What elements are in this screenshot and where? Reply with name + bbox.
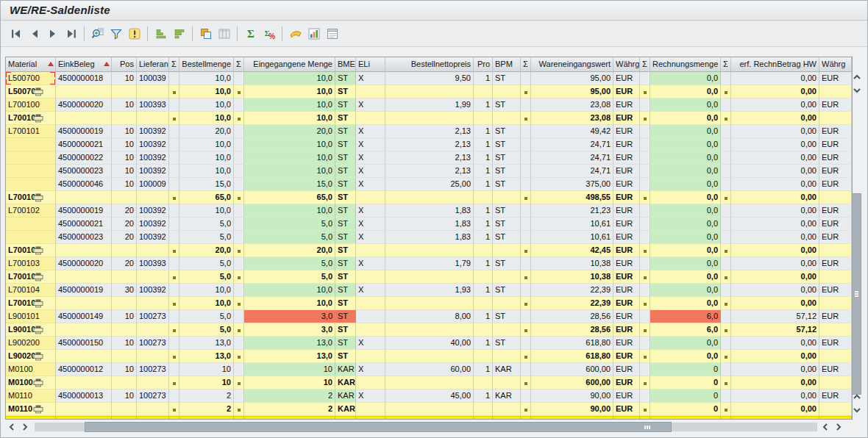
grid-cell-beleg[interactable]: 4500000023 <box>56 165 112 178</box>
grid-cell-em[interactable]: 3,0 <box>244 310 335 323</box>
grid-cell-lief[interactable]: 100392 <box>137 151 169 165</box>
grid-cell-s1[interactable] <box>169 376 179 389</box>
grid-cell-s5[interactable] <box>721 72 731 85</box>
grid-cell-rb[interactable]: 0,00 <box>731 389 819 403</box>
column-header-em[interactable]: Eingegangene Menge <box>244 57 335 71</box>
grid-cell-bm[interactable]: 10 <box>179 376 234 389</box>
grid-cell-wew[interactable]: 24,71 <box>531 151 613 165</box>
grid-cell-s4[interactable] <box>640 138 650 151</box>
grid-cell-pro[interactable] <box>474 416 493 420</box>
grid-cell-s5[interactable] <box>721 138 731 151</box>
grid-cell-lief[interactable] <box>137 376 169 389</box>
grid-cell-s2[interactable] <box>234 204 244 218</box>
grid-cell-bme[interactable]: ST <box>335 218 356 231</box>
grid-cell-wew[interactable]: 21,23 <box>531 204 613 218</box>
grid-cell-s4[interactable] <box>640 297 650 310</box>
subtotal-drilldown-icon[interactable] <box>33 114 43 125</box>
grid-cell-s5[interactable] <box>721 178 731 191</box>
grid-cell-s1[interactable] <box>169 72 179 85</box>
grid-cell-bpm[interactable]: ST <box>493 165 521 178</box>
grid-cell-pro[interactable]: 1 <box>474 178 493 191</box>
grid-cell-beleg[interactable]: 4500000018 <box>56 72 112 85</box>
grid-cell-w1[interactable]: EUR <box>613 191 640 204</box>
grid-cell-bme[interactable]: ST <box>335 72 356 85</box>
grid-cell-bpm[interactable]: ST <box>493 125 521 138</box>
grid-cell-em[interactable]: 13,0 <box>244 350 335 363</box>
grid-cell-bme[interactable]: ST <box>335 138 356 151</box>
grid-cell-lief[interactable]: 100273 <box>137 337 169 350</box>
grid-cell-np[interactable]: 25,00 <box>385 178 474 191</box>
grid-cell-bm[interactable]: 10,0 <box>179 85 234 98</box>
column-header-s3[interactable]: Σ <box>521 57 531 71</box>
grid-cell-em[interactable]: 10,0 <box>244 98 335 112</box>
grid-cell-bpm[interactable]: KAR <box>493 389 521 403</box>
grid-cell-s4[interactable] <box>640 72 650 85</box>
grid-cell-np[interactable]: 1,83 <box>385 218 474 231</box>
grid-cell-s4[interactable] <box>640 178 650 191</box>
copy-view-icon[interactable] <box>196 25 215 43</box>
grid-cell-s4[interactable] <box>640 112 650 125</box>
scroll-up-icon[interactable] <box>852 392 862 402</box>
grid-cell-wew[interactable]: 10,38 <box>531 270 613 284</box>
grid-cell-pos[interactable]: 10 <box>112 151 137 165</box>
grid-cell-w1[interactable]: EUR <box>613 165 640 178</box>
grid-cell-bme[interactable]: ST <box>335 151 356 165</box>
grid-cell-wew[interactable]: 10.800,00 <box>531 416 613 420</box>
grid-cell-s3[interactable] <box>521 72 531 85</box>
grid-cell-pro[interactable] <box>474 244 493 257</box>
grid-cell-rb[interactable]: 0,00 <box>731 297 819 310</box>
grid-cell-s2[interactable] <box>234 376 244 389</box>
grid-cell-s3[interactable] <box>521 257 531 270</box>
grid-cell-s3[interactable] <box>521 204 531 218</box>
grid-cell-pos[interactable]: 10 <box>112 389 137 403</box>
column-header-w1[interactable]: Währg <box>613 57 640 71</box>
grid-cell-s3[interactable] <box>521 125 531 138</box>
grid-cell-pos[interactable] <box>112 403 137 416</box>
grid-cell-s5[interactable] <box>721 403 731 416</box>
grid-cell-w2[interactable]: EUR <box>819 363 852 376</box>
grid-cell-rm[interactable]: 0,0 <box>650 151 721 165</box>
grid-cell-beleg[interactable] <box>56 403 112 416</box>
grid-cell-bm[interactable]: 10 <box>179 363 234 376</box>
grid-cell-pos[interactable] <box>112 323 137 337</box>
horizontal-scrollbar[interactable] <box>5 421 853 433</box>
grid-cell-pro[interactable] <box>474 85 493 98</box>
grid-cell-em[interactable]: 3,0 <box>244 323 335 337</box>
grid-cell-s3[interactable] <box>521 284 531 297</box>
grid-cell-eli[interactable]: X <box>356 98 385 112</box>
grid-cell-bme[interactable]: ST <box>335 337 356 350</box>
grid-cell-lief[interactable] <box>137 323 169 337</box>
grid-cell-bm[interactable]: 10,0 <box>179 138 234 151</box>
grid-cell-s4[interactable] <box>640 363 650 376</box>
grid-cell-beleg[interactable]: 4500000022 <box>56 151 112 165</box>
grid-cell-s1[interactable] <box>169 257 179 270</box>
exclamation-icon[interactable] <box>125 25 143 43</box>
grid-cell-s3[interactable] <box>521 244 531 257</box>
grid-cell-s3[interactable] <box>521 389 531 403</box>
grid-cell-eli[interactable]: X <box>356 218 385 231</box>
grid-cell-rm[interactable]: 6,0 <box>650 323 721 337</box>
grid-cell-bpm[interactable] <box>493 416 521 420</box>
grid-cell-bme[interactable]: ST <box>335 310 356 323</box>
grid-cell-np[interactable] <box>385 350 474 363</box>
grid-cell-beleg[interactable]: 4500000149 <box>56 310 112 323</box>
grid-cell-bme[interactable]: ST <box>335 323 356 337</box>
grid-cell-beleg[interactable]: 4500000020 <box>56 257 112 270</box>
grid-cell-bme[interactable]: ST <box>335 112 356 125</box>
grid-cell-rb[interactable]: 0,00 <box>731 125 819 138</box>
grid-cell-rm[interactable]: 0,0 <box>650 125 721 138</box>
grid-cell-s1[interactable] <box>169 85 179 98</box>
grid-cell-w1[interactable]: EUR <box>613 98 640 112</box>
grid-cell-pos[interactable] <box>112 376 137 389</box>
grid-cell-s2[interactable] <box>234 125 244 138</box>
grid-cell-lief[interactable]: 100393 <box>137 257 169 270</box>
grid-cell-s3[interactable] <box>521 98 531 112</box>
grid-cell-bpm[interactable]: ST <box>493 204 521 218</box>
export-icon[interactable] <box>286 25 305 43</box>
grid-cell-w1[interactable]: EUR <box>613 72 640 85</box>
grid-cell-wew[interactable]: 28,56 <box>531 310 613 323</box>
grid-cell-s5[interactable] <box>721 416 731 420</box>
column-header-lief[interactable]: Lieferant <box>137 57 169 71</box>
grid-cell-s2[interactable] <box>234 416 244 420</box>
grid-cell-pro[interactable] <box>474 350 493 363</box>
